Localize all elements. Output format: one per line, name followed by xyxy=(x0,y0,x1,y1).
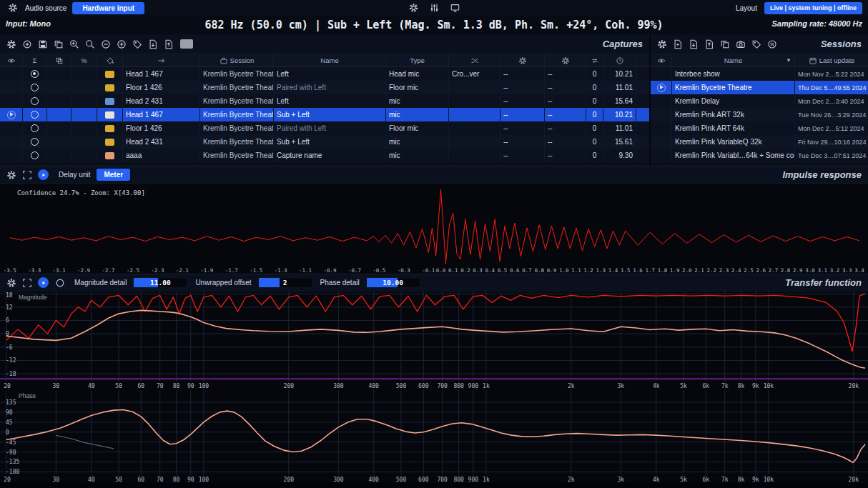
gear-icon[interactable] xyxy=(4,277,18,289)
hardware-input-button[interactable]: Hardware input xyxy=(72,2,144,14)
doc-export-icon[interactable] xyxy=(162,38,175,51)
tag-icon[interactable] xyxy=(130,38,144,51)
captures-header-name[interactable]: Name xyxy=(274,54,386,66)
default-color-swatch[interactable] xyxy=(180,39,193,49)
active-indicator-icon[interactable] xyxy=(7,111,16,119)
capture-color-cell[interactable] xyxy=(97,67,123,81)
expand-icon[interactable] xyxy=(20,169,34,181)
doc-new-icon[interactable] xyxy=(671,38,684,51)
auto-delay-icon[interactable] xyxy=(38,169,49,180)
plus-circle-icon[interactable] xyxy=(114,38,128,51)
phase-chart[interactable]: 13590450-45-90-135-180203040506070809010… xyxy=(0,390,868,484)
reference-radio[interactable] xyxy=(31,111,39,119)
capture-color-swatch[interactable] xyxy=(105,139,114,146)
capture-row[interactable]: Floor 1 426Kremlin Bycetre TheatrePaired… xyxy=(0,81,649,94)
captures-header-filter2[interactable] xyxy=(545,54,586,66)
doc-import-icon[interactable] xyxy=(146,38,159,51)
reference-radio[interactable] xyxy=(31,138,39,146)
capture-color-swatch[interactable] xyxy=(105,111,114,119)
capture-visibility-cell[interactable] xyxy=(0,149,23,162)
reference-radio[interactable] xyxy=(31,124,39,132)
camera-icon[interactable] xyxy=(734,38,747,51)
capture-color-swatch[interactable] xyxy=(105,71,114,78)
save-icon[interactable] xyxy=(36,38,49,51)
captures-header-sum[interactable]: Σ xyxy=(23,54,47,66)
layout-label[interactable]: Layout xyxy=(736,4,757,12)
magnitude-chart[interactable]: 181260-6-12-1820304050607080901002003004… xyxy=(0,292,868,390)
impulse-response-chart[interactable]: -3.5-3.3-3.1-2.9-2.7-2.5-2.3-2.1-1.9-1.7… xyxy=(0,184,868,274)
captures-header-crossover[interactable] xyxy=(449,54,500,66)
session-visibility-cell[interactable] xyxy=(651,81,672,94)
capture-color-swatch[interactable] xyxy=(105,152,114,159)
session-visibility-cell[interactable] xyxy=(651,135,672,149)
capture-row[interactable]: Head 2 431Kremlin Bycetre TheatreSub + L… xyxy=(0,135,649,149)
capture-visibility-cell[interactable] xyxy=(0,81,23,94)
auto-delay-icon[interactable] xyxy=(38,277,49,288)
session-row[interactable]: Kremlin Pink Variabl…64k + Some comments… xyxy=(651,149,868,162)
captures-header-type[interactable]: Type xyxy=(386,54,449,66)
magnitude-detail-input[interactable]: 11.00 xyxy=(133,277,187,288)
reference-radio[interactable] xyxy=(31,97,39,105)
capture-color-cell[interactable] xyxy=(97,81,123,94)
zoom-in-icon[interactable] xyxy=(67,38,81,51)
session-visibility-cell[interactable] xyxy=(651,94,672,108)
capture-row[interactable]: Floor 1 426Kremlin Bycetre TheatrePaired… xyxy=(0,121,649,135)
meter-button[interactable]: Meter xyxy=(97,169,130,181)
capture-color-cell[interactable] xyxy=(97,94,123,108)
capture-color-cell[interactable] xyxy=(97,135,123,149)
captures-header-visibility[interactable] xyxy=(0,54,23,66)
percent-circle-icon[interactable] xyxy=(765,38,779,51)
capture-visibility-cell[interactable] xyxy=(0,94,23,108)
session-row[interactable]: Kremlin Pink VariableQ 32kFri Nov 29…10:… xyxy=(651,135,868,149)
captures-header-delay[interactable] xyxy=(586,54,603,66)
captures-header-time[interactable] xyxy=(603,54,636,66)
capture-row[interactable]: Head 2 431Kremlin Bycetre TheatreLeftmic… xyxy=(0,94,649,108)
copy-icon[interactable] xyxy=(718,38,731,51)
session-row[interactable]: Interbee showMon Nov 2…5:22 2024 xyxy=(651,67,868,81)
capture-reference-cell[interactable] xyxy=(23,94,47,108)
mode-button[interactable]: Live | system tuning | offline xyxy=(764,2,862,14)
capture-color-cell[interactable] xyxy=(97,121,123,135)
capture-visibility-cell[interactable] xyxy=(0,135,23,149)
gear-icon[interactable] xyxy=(6,1,19,14)
capture-visibility-cell[interactable] xyxy=(0,108,23,121)
session-row[interactable]: Kremlin Pink ART 64kMon Dec 2…5:12 2024 xyxy=(651,121,868,135)
captures-header-percent[interactable]: % xyxy=(71,54,97,66)
session-row[interactable]: Kremlin Pink ART 32kTue Nov 26…3:29 2024 xyxy=(651,108,868,121)
sessions-header-last-update[interactable]: Last update xyxy=(795,54,868,66)
capture-color-swatch[interactable] xyxy=(105,98,114,105)
capture-color-swatch[interactable] xyxy=(105,125,114,132)
doc-export-icon[interactable] xyxy=(702,38,716,51)
sessions-header-name[interactable]: Name▼ xyxy=(672,54,795,66)
sliders-icon[interactable] xyxy=(428,1,441,14)
search-icon[interactable] xyxy=(83,38,97,51)
sort-descending-icon[interactable]: ▼ xyxy=(786,57,791,64)
tag-icon[interactable] xyxy=(749,38,763,51)
display-icon[interactable] xyxy=(448,1,462,14)
captures-header-session[interactable]: Session xyxy=(200,54,274,66)
circle-icon[interactable] xyxy=(53,277,66,289)
copy-icon[interactable] xyxy=(51,38,65,51)
capture-reference-cell[interactable] xyxy=(23,149,47,162)
session-visibility-cell[interactable] xyxy=(651,149,672,162)
capture-color-cell[interactable] xyxy=(97,149,123,162)
capture-visibility-cell[interactable] xyxy=(0,67,23,81)
captures-header-group[interactable] xyxy=(47,54,71,66)
gear-icon[interactable] xyxy=(407,1,420,14)
unwrapped-offset-input[interactable]: 2 xyxy=(258,277,312,288)
phase-detail-input[interactable]: 10.00 xyxy=(366,277,420,288)
session-visibility-cell[interactable] xyxy=(651,67,672,81)
session-row[interactable]: Kremlin Bycetre TheatreThu Dec 5…49:55 2… xyxy=(651,81,868,94)
sessions-header-visibility[interactable] xyxy=(651,54,672,66)
capture-reference-cell[interactable] xyxy=(23,135,47,149)
reference-radio[interactable] xyxy=(31,151,39,159)
capture-reference-cell[interactable] xyxy=(23,108,47,121)
capture-color-swatch[interactable] xyxy=(105,84,114,91)
capture-row[interactable]: Head 1 467Kremlin Bycetre TheatreSub + L… xyxy=(0,108,649,121)
capture-reference-cell[interactable] xyxy=(23,67,47,81)
doc-import-icon[interactable] xyxy=(686,38,700,51)
session-row[interactable]: Kremlin DelayMon Dec 2…3:40 2024 xyxy=(651,94,868,108)
capture-reference-cell[interactable] xyxy=(23,81,47,94)
capture-visibility-cell[interactable] xyxy=(0,121,23,135)
gear-icon[interactable] xyxy=(4,38,18,51)
